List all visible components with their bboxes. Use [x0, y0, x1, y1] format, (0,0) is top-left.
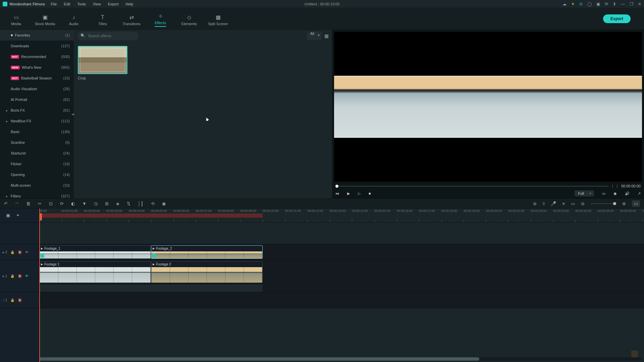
zoom-out-icon[interactable]: ⊖ [581, 201, 585, 206]
lock-icon[interactable]: 🔒 [10, 298, 14, 302]
close-icon[interactable]: ✕ [638, 2, 641, 6]
clip-v1-footage1[interactable]: ▶Footage 1 [39, 261, 151, 283]
tab-effects[interactable]: ✧Effects [146, 10, 175, 27]
download-icon[interactable]: ⬇ [613, 2, 616, 6]
next-frame-button[interactable]: ▷ [358, 191, 361, 196]
lock-icon[interactable]: 🔒 [10, 250, 14, 254]
color-button[interactable]: ◐ [71, 201, 75, 206]
audio-track-1[interactable] [39, 292, 644, 308]
headset-icon[interactable]: ⊙ [579, 2, 583, 6]
menu-export[interactable]: Export [108, 2, 119, 6]
stop-button[interactable]: ■ [369, 191, 371, 195]
sidebar-item-opening[interactable]: Opening(14) [0, 169, 74, 180]
sidebar-item-flicker[interactable]: Flicker(18) [0, 159, 74, 169]
timeline-scrollbar[interactable] [39, 357, 642, 361]
sidebar-item-basic[interactable]: Basic(130) [0, 126, 74, 137]
sidebar-item-multi-screen[interactable]: Multi-screen(10) [0, 180, 74, 191]
collapse-sidebar-icon[interactable]: ◀ [71, 112, 74, 116]
sidebar-item-what's-new[interactable]: NEWWhat's New(955) [0, 62, 74, 73]
display-icon[interactable]: ▭ [602, 191, 605, 196]
mute-icon[interactable]: 🔇 [18, 250, 22, 254]
sidebar-item-starburst[interactable]: Starburst(24) [0, 148, 74, 159]
maximize-icon[interactable]: ❐ [630, 2, 633, 6]
message-icon[interactable]: ✉ [605, 2, 608, 6]
preview-viewport[interactable] [334, 32, 642, 182]
track-header-v1[interactable]: ▸ 1🔒🔇👁 [0, 260, 39, 292]
zoom-fit-icon[interactable]: ▭ [632, 200, 640, 207]
sparkle-icon[interactable]: ✦ [571, 2, 575, 6]
mute-icon[interactable]: 🔇 [18, 298, 22, 302]
sidebar-item-boris-fx[interactable]: ▸Boris FX(91) [0, 105, 74, 116]
clip-v1-footage2[interactable]: ▶Footage 2 [151, 261, 263, 283]
visible-icon[interactable]: 👁 [25, 274, 29, 278]
minimize-icon[interactable]: — [621, 2, 625, 6]
quality-dropdown[interactable]: Full [575, 190, 594, 196]
lock-icon[interactable]: 🔒 [10, 274, 14, 278]
sidebar-item-audio-visualizer[interactable]: Audio Visualizer(26) [0, 83, 74, 94]
tab-elements[interactable]: ◇Elements [175, 11, 204, 26]
sidebar-item-filters[interactable]: ▸Filters(327) [0, 191, 74, 198]
video-track-2[interactable]: ▶Footage_1 ▶Footage_2 [39, 244, 644, 260]
sidebar-item-newblue-fx[interactable]: ▸NewBlue FX(112) [0, 116, 74, 126]
mark-in-icon[interactable]: { [612, 184, 613, 188]
play-button[interactable]: ▶ [347, 191, 350, 196]
green-screen-button[interactable]: ▼ [82, 201, 87, 206]
filter-dropdown[interactable]: All [307, 32, 322, 40]
record-button[interactable]: ◉ [162, 201, 166, 206]
clip-v2-footage1[interactable]: ▶Footage_1 [39, 245, 151, 259]
menu-file[interactable]: File [51, 2, 57, 6]
speed-button[interactable]: ⟳ [60, 201, 64, 206]
zoom-slider[interactable] [591, 203, 616, 204]
export-button[interactable]: Export [603, 14, 631, 23]
audio-mixer-icon[interactable]: ≡ [562, 201, 565, 206]
tab-audio[interactable]: ♪Audio [59, 12, 88, 26]
account-icon[interactable]: ◯ [587, 2, 592, 6]
adjust-button[interactable]: ⇅ [127, 201, 130, 206]
subtitle-icon[interactable]: ▭ [571, 201, 575, 206]
sidebar-item-basketball-season[interactable]: HOTBasketball Season(15) [0, 73, 74, 83]
mute-icon[interactable]: 🔇 [18, 274, 22, 278]
volume-icon[interactable]: 🔊 [625, 191, 630, 196]
speed2-button[interactable]: ◷ [94, 201, 98, 206]
visible-icon[interactable]: 👁 [25, 250, 29, 254]
search-input[interactable] [77, 32, 139, 40]
tab-split-screen[interactable]: ▦Split Screen [204, 11, 232, 26]
time-ruler[interactable]: 00:0000:00:01:0000:00:02:0000:00:03:0000… [39, 208, 644, 223]
menu-tools[interactable]: Tools [77, 2, 86, 6]
cut-button[interactable]: ✂ [38, 201, 42, 206]
link-icon[interactable]: ⚭ [16, 213, 20, 218]
sidebar-item-recommended[interactable]: HOTRecommended(500) [0, 51, 74, 62]
effect-thumbnail-crop[interactable]: Crop [78, 46, 127, 80]
snapshot-icon[interactable]: ◉ [613, 191, 617, 196]
sidebar-item-downloads[interactable]: Downloads(137) [0, 41, 74, 51]
delete-button[interactable]: 🗑 [26, 201, 31, 206]
tab-stock-media[interactable]: ▣Stock Media [31, 11, 59, 26]
tab-titles[interactable]: TTitles [88, 12, 117, 26]
prev-frame-button[interactable]: ⏮ [335, 191, 339, 195]
menu-help[interactable]: Help [126, 2, 133, 6]
keyframe-button[interactable]: ◈ [116, 201, 119, 206]
voiceover-icon[interactable]: 🎤 [551, 201, 556, 206]
zoom-in-icon[interactable]: ⊕ [622, 201, 626, 206]
preview-scrubber[interactable] [335, 186, 609, 187]
menu-edit[interactable]: Edit [64, 2, 70, 6]
cloud-icon[interactable]: ☁ [562, 2, 567, 6]
save-icon[interactable]: ▣ [596, 2, 600, 6]
timeline-body[interactable]: 00:0000:00:01:0000:00:02:0000:00:03:0000… [39, 208, 644, 362]
track-header-v2[interactable]: ▸ 2🔒🔇👁 [0, 244, 39, 260]
redo-button[interactable]: ↷ [15, 201, 19, 206]
track-header-a1[interactable]: ♪ 1🔒🔇 [0, 292, 39, 308]
playhead[interactable] [39, 208, 40, 362]
marker-icon[interactable]: ◊ [543, 201, 545, 206]
sidebar-item-scanline[interactable]: Scanline(5) [0, 137, 74, 148]
mixer-icon[interactable]: ⊚ [533, 201, 537, 206]
render-button[interactable]: ⟲ [151, 201, 155, 206]
crop-button[interactable]: ⊡ [49, 201, 53, 206]
split-button[interactable]: │║ [138, 201, 144, 206]
clip-v2-footage2[interactable]: ▶Footage_2 [151, 245, 263, 259]
menu-view[interactable]: View [93, 2, 101, 6]
manage-tracks-icon[interactable]: ▣ [6, 213, 10, 218]
grid-view-icon[interactable]: ▦ [324, 33, 329, 39]
tab-media[interactable]: ▭Media [2, 11, 31, 26]
tab-transitions[interactable]: ⇄Transitions [117, 11, 146, 26]
